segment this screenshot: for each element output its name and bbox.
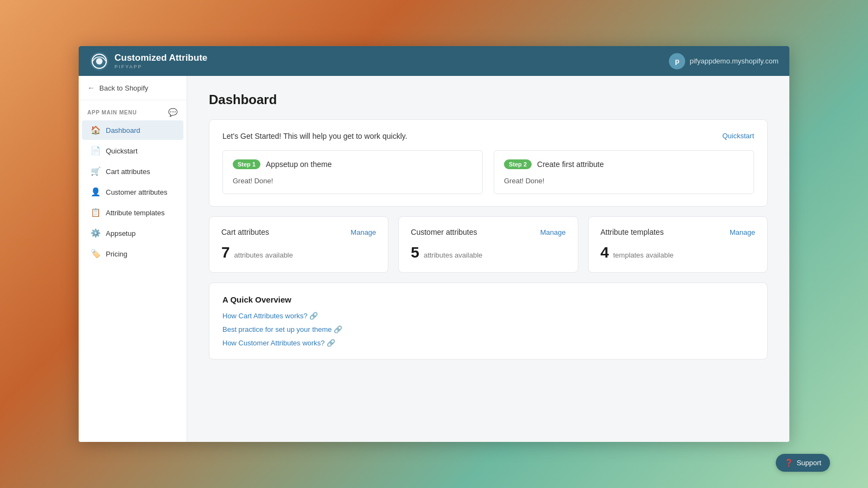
stat-number-1: 5 [411,244,419,261]
overview-card: A Quick Overview How Cart Attributes wor… [209,282,768,359]
header-logo: Customized Attribute PIFYAPP [90,52,207,71]
support-button[interactable]: ❓ Support [776,454,830,472]
logo-text-block: Customized Attribute PIFYAPP [114,53,207,69]
stat-header-1: Customer attributes Manage [411,228,565,236]
stat-card-0: Cart attributes Manage 7 attributes avai… [209,216,388,273]
logo-icon [90,52,109,71]
quickstart-link[interactable]: Quickstart [722,132,754,140]
stat-label-0: attributes available [234,251,293,259]
logo-subtitle: PIFYAPP [114,64,207,69]
stat-label-1: attributes available [424,251,482,259]
stat-number-2: 4 [601,244,609,261]
overview-link-0[interactable]: How Cart Attributes works? 🔗 [222,312,754,320]
support-label: Support [796,459,821,467]
step-badge-1: Step 1 [233,159,260,169]
sidebar-item-appsetup[interactable]: ⚙️ Appsetup [82,223,183,243]
back-to-shopify-button[interactable]: ← Back to Shopify [79,76,187,100]
nav-icon-customer-attributes: 👤 [91,187,100,197]
sidebar-item-cart-attributes[interactable]: 🛒 Cart attributes [82,162,183,181]
overview-link-2[interactable]: How Customer Attributes works? 🔗 [222,339,754,347]
stat-card-1: Customer attributes Manage 5 attributes … [398,216,578,273]
stat-value-row-0: 7 attributes available [221,244,376,261]
step-header-1: Step 1 Appsetup on theme [233,159,473,169]
main-content: Dashboard Let's Get Started! This will h… [187,76,789,442]
sidebar-section-label: APP MAIN MENU 💬 [79,100,187,120]
nav-label-attribute-templates: Attribute templates [106,209,164,217]
stat-manage-link-2[interactable]: Manage [730,228,755,236]
stat-header-0: Cart attributes Manage [221,228,376,236]
stat-manage-link-1[interactable]: Manage [540,228,566,236]
step-title-1: Appsetup on theme [266,160,331,169]
nav-icon-attribute-templates: 📋 [91,208,100,217]
quickstart-card: Let's Get Started! This will help you ge… [209,119,768,207]
user-avatar: p [669,53,685,69]
nav-label-customer-attributes: Customer attributes [106,188,167,196]
nav-icon-appsetup: ⚙️ [91,228,100,238]
stat-card-2: Attribute templates Manage 4 templates a… [588,216,768,273]
sidebar-item-pricing[interactable]: 🏷️ Pricing [82,244,183,264]
header-user: p pifyappdemo.myshopify.com [669,53,778,69]
stat-number-0: 7 [221,244,230,261]
quickstart-header: Let's Get Started! This will help you ge… [222,132,754,140]
stat-manage-link-0[interactable]: Manage [350,228,376,236]
stat-title-0: Cart attributes [221,228,269,236]
back-label: Back to Shopify [99,84,148,92]
step-title-2: Create first attribute [537,160,604,169]
step-box-2: Step 2 Create first attribute Great! Don… [494,150,754,194]
step-box-1: Step 1 Appsetup on theme Great! Done! [222,150,483,194]
app-window: Customized Attribute PIFYAPP p pifyappde… [79,46,789,442]
sidebar-item-quickstart[interactable]: 📄 Quickstart [82,141,183,160]
nav-label-dashboard: Dashboard [106,126,141,134]
nav-label-quickstart: Quickstart [106,147,138,155]
stat-title-2: Attribute templates [601,228,664,236]
stat-value-row-1: 5 attributes available [411,244,565,261]
overview-links: How Cart Attributes works? 🔗Best practic… [222,312,754,347]
user-domain: pifyappdemo.myshopify.com [690,57,778,65]
svg-point-2 [96,58,103,65]
step-status-2: Great! Done! [504,177,744,185]
stat-value-row-2: 4 templates available [601,244,755,261]
sidebar: ← Back to Shopify APP MAIN MENU 💬 🏠 Dash… [79,76,187,442]
stat-header-2: Attribute templates Manage [601,228,755,236]
nav-label-pricing: Pricing [106,250,127,258]
logo-title: Customized Attribute [114,53,207,63]
overview-card-title: A Quick Overview [222,295,754,304]
step-badge-2: Step 2 [504,159,532,169]
support-icon: ❓ [784,459,793,467]
sidebar-nav: 🏠 Dashboard 📄 Quickstart 🛒 Cart attribut… [79,120,187,264]
sidebar-menu-icon: 💬 [168,108,178,117]
header: Customized Attribute PIFYAPP p pifyappde… [79,46,789,76]
nav-icon-quickstart: 📄 [91,146,100,156]
stat-label-2: templates available [613,251,673,259]
nav-icon-cart-attributes: 🛒 [91,166,100,176]
overview-link-1[interactable]: Best practice for set up your theme 🔗 [222,325,754,333]
step-status-1: Great! Done! [233,177,473,185]
app-body: ← Back to Shopify APP MAIN MENU 💬 🏠 Dash… [79,76,789,442]
page-title: Dashboard [209,92,768,107]
steps-row: Step 1 Appsetup on theme Great! Done! St… [222,150,754,194]
nav-label-cart-attributes: Cart attributes [106,168,150,176]
stat-title-1: Customer attributes [411,228,477,236]
back-arrow-icon: ← [87,84,95,92]
sidebar-item-attribute-templates[interactable]: 📋 Attribute templates [82,203,183,222]
stats-row: Cart attributes Manage 7 attributes avai… [209,216,768,273]
sidebar-item-dashboard[interactable]: 🏠 Dashboard [82,120,183,140]
nav-icon-dashboard: 🏠 [91,125,100,135]
quickstart-intro: Let's Get Started! This will help you ge… [222,132,407,140]
step-header-2: Step 2 Create first attribute [504,159,744,169]
nav-label-appsetup: Appsetup [106,229,136,237]
sidebar-item-customer-attributes[interactable]: 👤 Customer attributes [82,182,183,202]
nav-icon-pricing: 🏷️ [91,249,100,259]
